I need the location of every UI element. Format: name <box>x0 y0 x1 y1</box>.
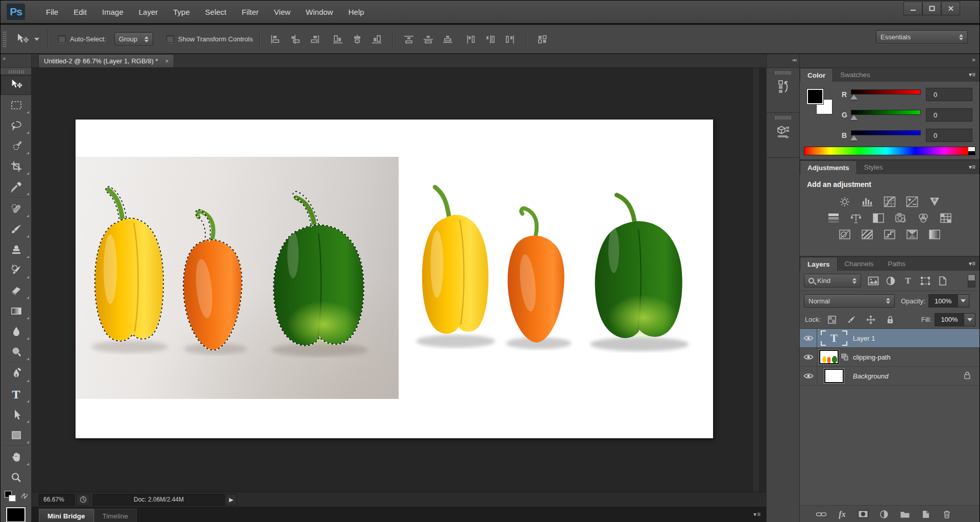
menu-select[interactable]: Select <box>198 5 234 19</box>
tools-grip[interactable] <box>8 70 24 74</box>
color-panel-menu-icon[interactable]: ▾≡ <box>969 71 975 78</box>
hue-saturation-button[interactable] <box>826 212 841 224</box>
filter-shape-layers-button[interactable] <box>918 275 933 287</box>
hand-tool[interactable] <box>1 447 32 467</box>
green-slider-thumb[interactable] <box>850 115 857 120</box>
menu-window[interactable]: Window <box>298 5 340 19</box>
tab-timeline[interactable]: Timeline <box>94 509 137 522</box>
white-swatch[interactable] <box>968 147 975 151</box>
visibility-toggle[interactable] <box>800 348 817 366</box>
live-preview-icon[interactable] <box>77 494 90 506</box>
document-tab[interactable]: Untitled-2 @ 66.7% (Layer 1, RGB/8) * × <box>38 54 174 67</box>
pen-tool[interactable] <box>1 364 32 384</box>
distribute-bottom-edges-button[interactable] <box>439 32 456 47</box>
close-button[interactable] <box>941 2 960 15</box>
foreground-color-swatch[interactable] <box>6 507 26 522</box>
blue-slider-thumb[interactable] <box>850 135 857 140</box>
invert-button[interactable] <box>837 228 852 241</box>
green-slider[interactable] <box>851 109 921 121</box>
layers-panel-menu-icon[interactable]: ▾≡ <box>969 260 975 267</box>
layer-row-background[interactable]: Background <box>800 367 979 386</box>
tab-paths[interactable]: Paths <box>881 257 913 271</box>
photo-filter-button[interactable] <box>893 212 909 224</box>
lock-pixels-button[interactable] <box>844 314 859 326</box>
add-layer-mask-button[interactable] <box>857 508 869 520</box>
distribute-horizontal-centers-button[interactable] <box>482 32 499 47</box>
vertical-scrollbar[interactable] <box>752 68 759 492</box>
menu-help[interactable]: Help <box>340 5 372 19</box>
auto-select-checkbox[interactable] <box>58 35 66 43</box>
posterize-button[interactable] <box>860 228 875 241</box>
green-value-field[interactable]: 0 <box>926 108 972 122</box>
color-lookup-button[interactable] <box>938 212 953 224</box>
new-group-button[interactable] <box>899 508 911 520</box>
tab-channels[interactable]: Channels <box>838 257 881 271</box>
align-bottom-edges-button[interactable] <box>306 32 323 47</box>
brush-tool[interactable] <box>1 219 32 240</box>
brightness-contrast-button[interactable] <box>837 196 852 208</box>
black-white-button[interactable] <box>871 212 886 224</box>
tab-color[interactable]: Color <box>800 68 833 82</box>
visibility-toggle[interactable] <box>800 329 817 347</box>
tools-collapse-icon[interactable]: » <box>1 54 31 68</box>
layer-style-button[interactable]: fx <box>836 508 848 520</box>
tab-mini-bridge[interactable]: Mini Bridge <box>39 509 94 522</box>
quick-selection-tool[interactable] <box>1 136 32 156</box>
curves-button[interactable] <box>882 196 897 208</box>
red-slider-thumb[interactable] <box>850 94 857 100</box>
layer-row-layer-1[interactable]: T Layer 1 <box>800 329 979 348</box>
distribute-vertical-centers-button[interactable] <box>420 32 437 47</box>
menu-view[interactable]: View <box>266 5 298 19</box>
lasso-tool[interactable] <box>1 115 32 136</box>
new-adjustment-layer-button[interactable] <box>878 508 890 520</box>
spot-healing-brush-tool[interactable] <box>1 199 32 219</box>
path-selection-tool[interactable] <box>1 405 32 425</box>
marquee-tool[interactable] <box>1 95 32 115</box>
channel-mixer-button[interactable] <box>916 212 931 224</box>
align-left-edges-button[interactable] <box>329 32 347 47</box>
collapse-panels-icon[interactable]: » <box>800 54 979 68</box>
options-grip[interactable] <box>3 31 7 48</box>
rectangle-tool[interactable] <box>1 425 32 445</box>
opacity-caret[interactable] <box>958 295 969 307</box>
color-balance-button[interactable] <box>848 212 864 224</box>
distribute-left-edges-button[interactable] <box>462 32 480 47</box>
lock-position-button[interactable] <box>864 314 878 326</box>
tab-layers[interactable]: Layers <box>800 257 838 271</box>
foreground-background-swatches[interactable] <box>807 89 837 117</box>
minimize-button[interactable] <box>903 2 922 15</box>
adjustments-panel-menu-icon[interactable]: ▾≡ <box>969 163 975 171</box>
zoom-tool[interactable] <box>1 467 32 488</box>
gradient-map-button[interactable] <box>927 228 942 241</box>
red-slider[interactable] <box>851 89 921 100</box>
background-layer-thumbnail[interactable] <box>824 369 844 383</box>
layer-name[interactable]: Background <box>853 372 888 380</box>
vibrance-button[interactable] <box>927 196 942 208</box>
bottom-panel-menu-icon[interactable]: ▾≡ <box>753 511 761 518</box>
auto-select-mode-dropdown[interactable]: Group <box>114 32 153 46</box>
blend-mode-dropdown[interactable]: Normal <box>804 294 895 308</box>
eraser-tool[interactable] <box>1 280 32 301</box>
menu-edit[interactable]: Edit <box>66 5 94 19</box>
status-options-arrow[interactable]: ▶ <box>226 494 237 506</box>
show-transform-checkbox[interactable] <box>166 35 174 43</box>
link-layers-button[interactable] <box>815 508 827 520</box>
properties-panel-button[interactable] <box>767 113 799 158</box>
filter-pixel-layers-button[interactable] <box>866 275 880 287</box>
history-brush-tool[interactable] <box>1 260 32 280</box>
history-panel-button[interactable] <box>767 68 799 113</box>
tool-preset-caret-icon[interactable] <box>34 38 39 41</box>
delete-layer-button[interactable] <box>941 508 953 520</box>
filter-smart-objects-button[interactable] <box>936 275 950 287</box>
color-spectrum-ramp[interactable] <box>804 147 975 155</box>
align-horizontal-centers-button[interactable] <box>349 32 366 47</box>
blue-value-field[interactable]: 0 <box>926 129 972 142</box>
menu-file[interactable]: File <box>38 5 66 19</box>
fill-caret[interactable] <box>964 314 975 326</box>
layer-name[interactable]: clipping-path <box>853 353 891 361</box>
selective-color-button[interactable] <box>904 228 920 241</box>
document-size-field[interactable]: Doc: 2.06M/2.44M <box>93 494 225 506</box>
crop-tool[interactable] <box>1 156 32 177</box>
canvas-pasteboard[interactable] <box>32 68 766 492</box>
blue-slider[interactable] <box>851 130 921 141</box>
